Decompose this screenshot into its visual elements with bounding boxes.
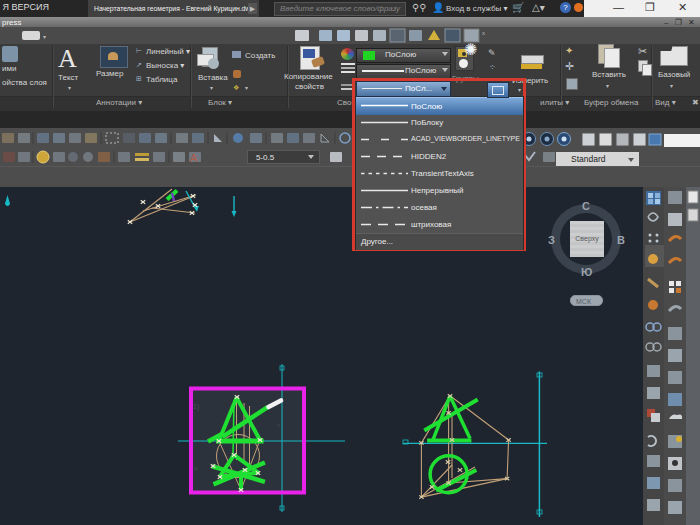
svg-text:A: A (190, 152, 198, 164)
svg-text:1): 1) (193, 403, 199, 411)
svg-text:x: x (277, 422, 280, 428)
svg-text:x: x (482, 30, 485, 36)
